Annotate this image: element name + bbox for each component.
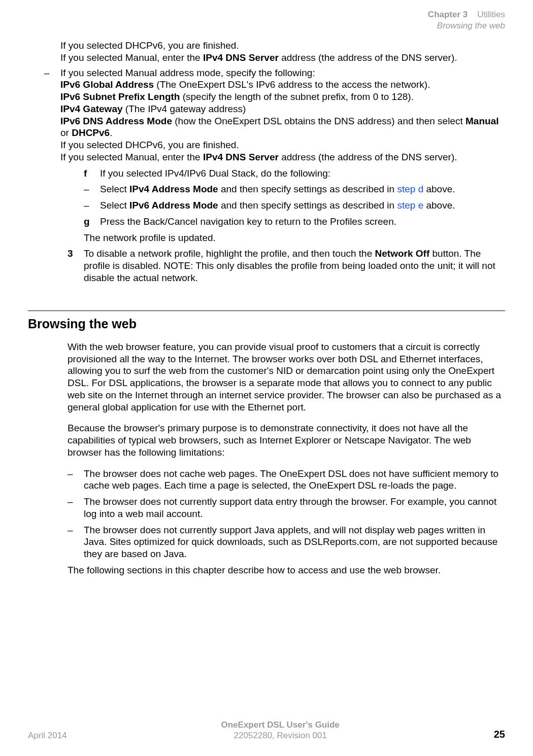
step-f-sub2: – Select IPv6 Address Mode and then spec…	[84, 199, 505, 212]
footer-revision: 22052280, Revision 001	[67, 730, 494, 741]
footer-center: OneExpert DSL User's Guide 22052280, Rev…	[67, 719, 494, 741]
step-g-text: Press the Back/Cancel navigation key to …	[100, 216, 505, 228]
footer-date: April 2014	[28, 730, 67, 741]
header-subtitle: Browsing the web	[428, 20, 505, 31]
ipv6-dns-mode: IPv6 DNS Address Mode (how the OneExpert…	[60, 115, 505, 140]
step-3: 3 To disable a network profile, highligh…	[68, 248, 505, 284]
chapter-label: Chapter 3	[428, 10, 468, 19]
manual-dns-2: If you selected Manual, enter the IPv4 D…	[60, 151, 505, 163]
dash-marker: –	[68, 496, 84, 520]
ipv6-global: IPv6 Global Address (The OneExpert DSL's…	[60, 79, 505, 91]
dash-marker: –	[84, 183, 100, 195]
chapter-spacer	[470, 10, 475, 19]
manual-dns-line: If you selected Manual, enter the IPv4 D…	[60, 52, 505, 64]
dhcpv6-done-2: If you selected DHCPv6, you are finished…	[60, 139, 505, 151]
dash-marker: –	[84, 199, 100, 212]
page-header: Chapter 3 Utilities Browsing the web	[428, 9, 505, 31]
footer-page-number: 25	[494, 728, 505, 741]
footer-guide-title: OneExpert DSL User's Guide	[67, 719, 494, 730]
page-footer: April 2014 OneExpert DSL User's Guide 22…	[28, 719, 505, 741]
ipv6-prefix: IPv6 Subnet Prefix Length (specify the l…	[60, 91, 505, 103]
step-f-text: If you selected IPv4/IPv6 Dual Stack, do…	[100, 167, 505, 180]
bw-limit-2: – The browser does not currently support…	[68, 496, 505, 520]
bw-limit-3: – The browser does not currently support…	[68, 524, 505, 560]
dhcpv6-done: If you selected DHCPv6, you are finished…	[60, 40, 505, 52]
step-g-marker: g	[84, 216, 100, 228]
profile-updated: The network profile is updated.	[84, 232, 505, 244]
step-e-link[interactable]: step e	[397, 200, 423, 211]
step-f-sub1: – Select IPv4 Address Mode and then spec…	[84, 183, 505, 195]
continuation-block: If you selected DHCPv6, you are finished…	[44, 40, 505, 163]
bw-paragraph-3: The following sections in this chapter d…	[68, 564, 505, 576]
section-rule	[28, 311, 505, 311]
dash-marker: –	[68, 468, 84, 492]
bw-paragraph-1: With the web browser feature, you can pr…	[68, 341, 505, 414]
bw-paragraph-2: Because the browser's primary purpose is…	[68, 422, 505, 458]
step-g: g Press the Back/Cancel navigation key t…	[84, 216, 505, 228]
dash-marker: –	[68, 524, 84, 560]
bw-limit-1: – The browser does not cache web pages. …	[68, 468, 505, 492]
step-f: f If you selected IPv4/IPv6 Dual Stack, …	[84, 167, 505, 180]
ipv4-gateway: IPv4 Gateway (The IPv4 gateway address)	[60, 103, 505, 115]
manual-intro: If you selected Manual address mode, spe…	[60, 67, 505, 79]
step-3-marker: 3	[68, 248, 84, 284]
step-f-marker: f	[84, 167, 100, 180]
dash-marker: –	[44, 67, 60, 163]
step-d-link[interactable]: step d	[397, 184, 423, 194]
browsing-heading: Browsing the web	[28, 316, 505, 332]
chapter-title: Utilities	[477, 10, 505, 19]
page-content: If you selected DHCPv6, you are finished…	[28, 40, 505, 580]
manual-mode-item: – If you selected Manual address mode, s…	[44, 67, 505, 163]
